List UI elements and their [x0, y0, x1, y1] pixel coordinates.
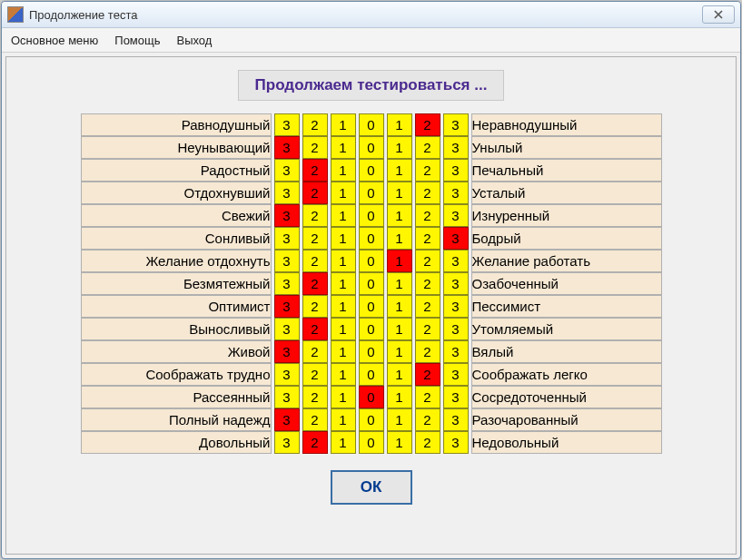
rating-cell[interactable]: 1 — [387, 408, 412, 431]
rating-cell[interactable]: 1 — [387, 227, 412, 250]
rating-cell[interactable]: 0 — [359, 182, 384, 204]
rating-cell[interactable]: 1 — [331, 159, 356, 182]
rating-cell[interactable]: 1 — [387, 159, 412, 182]
rating-cell[interactable]: 3 — [443, 295, 469, 318]
rating-cell[interactable]: 0 — [359, 159, 384, 182]
rating-cell[interactable]: 0 — [359, 431, 384, 454]
rating-cell[interactable]: 0 — [359, 227, 384, 250]
rating-cell[interactable]: 1 — [331, 113, 356, 136]
rating-cell[interactable]: 2 — [415, 113, 440, 136]
rating-cell[interactable]: 1 — [387, 363, 412, 386]
rating-cell[interactable]: 1 — [331, 363, 356, 386]
rating-cell[interactable]: 3 — [274, 431, 300, 454]
rating-cell[interactable]: 3 — [274, 159, 300, 182]
rating-cell[interactable]: 2 — [302, 408, 328, 431]
rating-cell[interactable]: 3 — [443, 250, 469, 272]
rating-cell[interactable]: 1 — [331, 272, 356, 295]
rating-cell[interactable]: 1 — [387, 431, 412, 454]
rating-cell[interactable]: 0 — [359, 272, 384, 295]
rating-cell[interactable]: 3 — [274, 136, 300, 159]
rating-cell[interactable]: 1 — [387, 318, 412, 340]
rating-cell[interactable]: 3 — [274, 272, 300, 295]
rating-cell[interactable]: 0 — [359, 363, 384, 386]
rating-cell[interactable]: 1 — [331, 136, 356, 159]
rating-cell[interactable]: 3 — [274, 227, 300, 250]
rating-cell[interactable]: 2 — [415, 340, 440, 363]
rating-cell[interactable]: 3 — [274, 295, 300, 318]
rating-cell[interactable]: 0 — [359, 136, 384, 159]
rating-cell[interactable]: 2 — [415, 159, 440, 182]
rating-cell[interactable]: 2 — [415, 295, 440, 318]
rating-cell[interactable]: 2 — [302, 318, 328, 340]
rating-cell[interactable]: 3 — [443, 136, 469, 159]
rating-cell[interactable]: 1 — [387, 182, 412, 204]
rating-cell[interactable]: 1 — [331, 340, 356, 363]
rating-cell[interactable]: 1 — [387, 136, 412, 159]
rating-cell[interactable]: 3 — [443, 408, 469, 431]
rating-cell[interactable]: 1 — [387, 250, 412, 272]
rating-cell[interactable]: 3 — [443, 159, 469, 182]
rating-cell[interactable]: 1 — [387, 272, 412, 295]
rating-cell[interactable]: 2 — [415, 431, 440, 454]
rating-cell[interactable]: 3 — [443, 182, 469, 204]
menu-main[interactable]: Основное меню — [11, 34, 98, 47]
rating-cell[interactable]: 3 — [443, 113, 469, 136]
rating-cell[interactable]: 1 — [331, 295, 356, 318]
rating-cell[interactable]: 0 — [359, 318, 384, 340]
rating-cell[interactable]: 2 — [302, 386, 328, 408]
rating-cell[interactable]: 2 — [302, 431, 328, 454]
rating-cell[interactable]: 1 — [387, 340, 412, 363]
rating-cell[interactable]: 3 — [443, 204, 469, 227]
close-button[interactable] — [702, 5, 735, 24]
rating-cell[interactable]: 1 — [387, 113, 412, 136]
rating-cell[interactable]: 3 — [443, 386, 469, 408]
rating-cell[interactable]: 0 — [359, 113, 384, 136]
rating-cell[interactable]: 2 — [302, 113, 328, 136]
rating-cell[interactable]: 2 — [302, 159, 328, 182]
rating-cell[interactable]: 1 — [387, 386, 412, 408]
rating-cell[interactable]: 2 — [302, 227, 328, 250]
rating-cell[interactable]: 3 — [443, 431, 469, 454]
rating-cell[interactable]: 3 — [443, 363, 469, 386]
rating-cell[interactable]: 0 — [359, 408, 384, 431]
rating-cell[interactable]: 2 — [302, 363, 328, 386]
rating-cell[interactable]: 1 — [331, 204, 356, 227]
rating-cell[interactable]: 3 — [274, 182, 300, 204]
rating-cell[interactable]: 1 — [331, 182, 356, 204]
rating-cell[interactable]: 2 — [302, 136, 328, 159]
rating-cell[interactable]: 2 — [415, 250, 440, 272]
rating-cell[interactable]: 3 — [274, 113, 300, 136]
rating-cell[interactable]: 2 — [302, 250, 328, 272]
rating-cell[interactable]: 1 — [331, 250, 356, 272]
rating-cell[interactable]: 1 — [331, 227, 356, 250]
rating-cell[interactable]: 0 — [359, 204, 384, 227]
rating-cell[interactable]: 0 — [359, 295, 384, 318]
rating-cell[interactable]: 3 — [443, 227, 469, 250]
ok-button[interactable]: ОК — [331, 470, 412, 505]
rating-cell[interactable]: 1 — [331, 318, 356, 340]
rating-cell[interactable]: 3 — [443, 272, 469, 295]
rating-cell[interactable]: 1 — [387, 295, 412, 318]
rating-cell[interactable]: 2 — [302, 295, 328, 318]
rating-cell[interactable]: 3 — [274, 408, 300, 431]
rating-cell[interactable]: 3 — [274, 363, 300, 386]
rating-cell[interactable]: 2 — [415, 136, 440, 159]
rating-cell[interactable]: 2 — [415, 408, 440, 431]
rating-cell[interactable]: 1 — [331, 431, 356, 454]
rating-cell[interactable]: 2 — [415, 182, 440, 204]
rating-cell[interactable]: 2 — [302, 182, 328, 204]
rating-cell[interactable]: 3 — [443, 340, 469, 363]
rating-cell[interactable]: 2 — [302, 204, 328, 227]
menu-exit[interactable]: Выход — [177, 34, 213, 47]
rating-cell[interactable]: 2 — [415, 204, 440, 227]
rating-cell[interactable]: 3 — [274, 386, 300, 408]
rating-cell[interactable]: 1 — [331, 408, 356, 431]
rating-cell[interactable]: 3 — [274, 250, 300, 272]
rating-cell[interactable]: 3 — [274, 318, 300, 340]
rating-cell[interactable]: 2 — [415, 386, 440, 408]
rating-cell[interactable]: 2 — [415, 227, 440, 250]
rating-cell[interactable]: 1 — [387, 204, 412, 227]
rating-cell[interactable]: 2 — [302, 272, 328, 295]
rating-cell[interactable]: 2 — [415, 272, 440, 295]
rating-cell[interactable]: 1 — [331, 386, 356, 408]
